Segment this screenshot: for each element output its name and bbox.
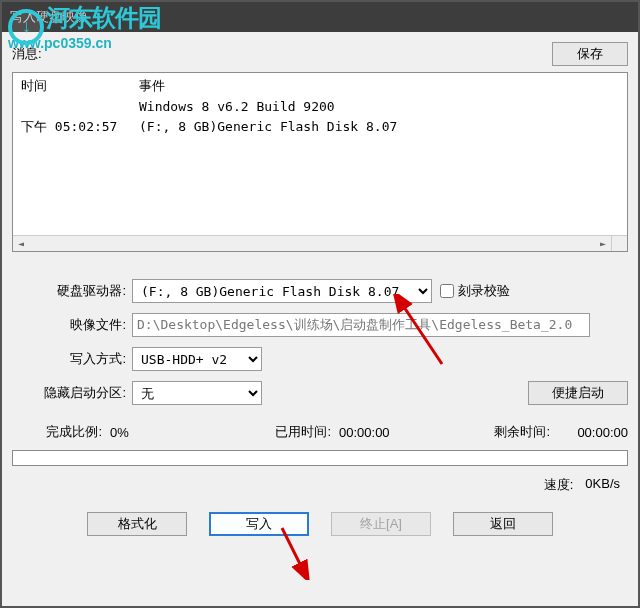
remain-label: 剩余时间: (494, 423, 550, 441)
scroll-corner (611, 235, 627, 251)
write-mode-label: 写入方式: (12, 350, 132, 368)
write-mode-select[interactable]: USB-HDD+ v2 (132, 347, 262, 371)
write-button[interactable]: 写入 (209, 512, 309, 536)
titlebar: 写入硬盘映像 (2, 2, 638, 32)
scroll-right-icon[interactable]: ► (595, 236, 611, 252)
percent-value: 0% (110, 425, 190, 440)
message-label: 消息: (12, 45, 62, 63)
speed-value: 0KB/s (585, 476, 620, 494)
col-time-header: 时间 (21, 77, 139, 95)
image-path-input[interactable] (132, 313, 590, 337)
window-title: 写入硬盘映像 (10, 8, 88, 26)
percent-label: 完成比例: (12, 423, 102, 441)
drive-select[interactable]: (F:, 8 GB)Generic Flash Disk 8.07 (132, 279, 432, 303)
scroll-left-icon[interactable]: ◄ (13, 236, 29, 252)
log-row: 下午 05:02:57 (F:, 8 GB)Generic Flash Disk… (21, 117, 619, 137)
return-button[interactable]: 返回 (453, 512, 553, 536)
image-label: 映像文件: (12, 316, 132, 334)
progress-bar (12, 450, 628, 466)
elapsed-value: 00:00:00 (339, 425, 409, 440)
log-listbox[interactable]: 时间 事件 Windows 8 v6.2 Build 9200 下午 05:02… (12, 72, 628, 252)
elapsed-label: 已用时间: (275, 423, 331, 441)
speed-label: 速度: (544, 476, 574, 494)
remain-value: 00:00:00 (558, 425, 628, 440)
log-row: Windows 8 v6.2 Build 9200 (21, 97, 619, 117)
hide-partition-select[interactable]: 无 (132, 381, 262, 405)
hide-partition-label: 隐藏启动分区: (12, 384, 132, 402)
stop-button: 终止[A] (331, 512, 431, 536)
drive-label: 硬盘驱动器: (12, 282, 132, 300)
log-header: 时间 事件 (13, 73, 627, 97)
format-button[interactable]: 格式化 (87, 512, 187, 536)
verify-checkbox-input[interactable] (440, 284, 454, 298)
scrollbar-horizontal[interactable]: ◄ ► (13, 235, 611, 251)
verify-checkbox[interactable]: 刻录校验 (440, 282, 510, 300)
easy-boot-button[interactable]: 便捷启动 (528, 381, 628, 405)
col-event-header: 事件 (139, 77, 165, 95)
save-button[interactable]: 保存 (552, 42, 628, 66)
